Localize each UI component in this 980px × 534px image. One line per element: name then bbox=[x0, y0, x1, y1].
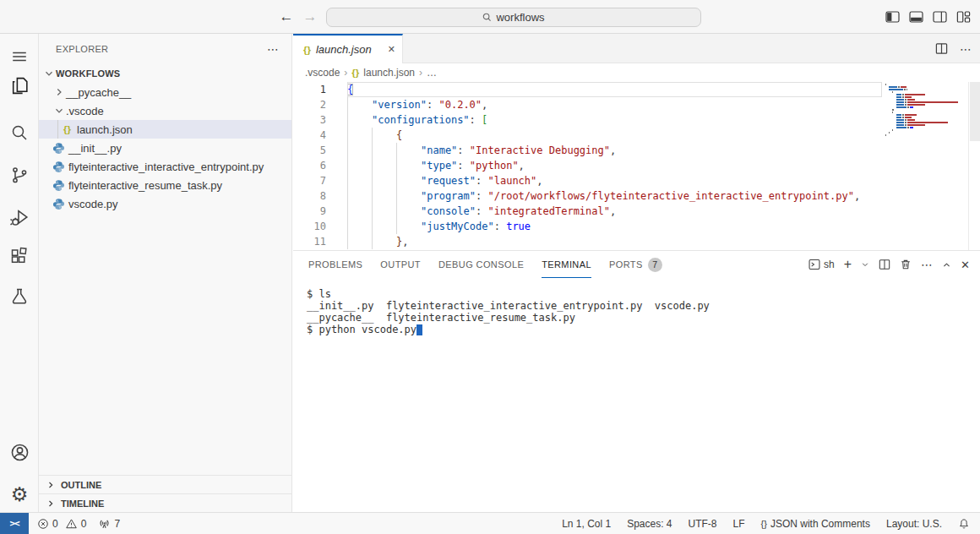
panel-more-actions-icon[interactable]: ⋯ bbox=[921, 259, 933, 270]
editor-more-actions-icon[interactable]: ⋯ bbox=[960, 43, 972, 55]
search-icon[interactable] bbox=[0, 120, 39, 145]
problems-status[interactable]: 0 0 bbox=[37, 518, 86, 530]
panel-tab-label: PORTS bbox=[609, 259, 643, 270]
indent-guide bbox=[347, 112, 372, 128]
indent-guide bbox=[347, 128, 372, 143]
code-line-8: "program": "/root/workflows/flyteinterac… bbox=[347, 188, 882, 204]
tree-item-flyteinteractive-interactive-entrypoint-py[interactable]: flyteinteractive_interactive_entrypoint.… bbox=[39, 157, 291, 176]
minimap-line bbox=[892, 112, 968, 113]
menu-icon[interactable] bbox=[0, 44, 39, 69]
new-terminal-icon[interactable]: + bbox=[844, 258, 852, 271]
terminal-icon bbox=[808, 259, 820, 270]
breadcrumb[interactable]: .vscode›{}launch.json›… bbox=[293, 63, 980, 82]
ports-status[interactable]: 7 bbox=[98, 517, 120, 530]
chevron-down-icon[interactable] bbox=[42, 67, 56, 80]
address-search-field[interactable]: workflows bbox=[326, 8, 701, 27]
minimap-line bbox=[885, 84, 968, 85]
tree-item-label: flyteinteractive_resume_task.py bbox=[68, 179, 222, 192]
terminal-shell-chip[interactable]: sh bbox=[808, 259, 835, 270]
explorer-icon[interactable] bbox=[0, 73, 39, 98]
breadcrumb-item[interactable]: .vscode bbox=[305, 67, 340, 79]
tree-item--init-py[interactable]: __init__.py bbox=[39, 139, 291, 157]
panel-tab-problems[interactable]: PROBLEMS bbox=[308, 251, 362, 278]
status-item-spaces-4[interactable]: Spaces: 4 bbox=[627, 518, 672, 530]
tree-item-vscode-py[interactable]: vscode.py bbox=[39, 194, 291, 213]
code-token: : bbox=[427, 99, 438, 111]
toggle-secondary-sidebar-icon[interactable] bbox=[932, 9, 948, 25]
minimap-line bbox=[892, 91, 968, 93]
tree-item-flyteinteractive-resume-task-py[interactable]: flyteinteractive_resume_task.py bbox=[39, 176, 291, 194]
terminal-output[interactable]: $ ls__init__.py flyteinteractive_interac… bbox=[307, 288, 972, 507]
line-number: 2 bbox=[293, 97, 335, 112]
indent-guide bbox=[347, 143, 372, 158]
indent-guide bbox=[396, 219, 421, 234]
minimap-line bbox=[896, 104, 968, 106]
timeline-section-header[interactable]: TIMELINE bbox=[39, 493, 291, 512]
testing-icon[interactable] bbox=[0, 284, 39, 309]
code-token: "integratedTerminal" bbox=[487, 205, 610, 217]
back-button[interactable]: ← bbox=[277, 8, 296, 25]
extensions-icon[interactable] bbox=[0, 243, 39, 269]
terminal-line: $ python vscode.py bbox=[307, 324, 972, 335]
tree-item-launch-json[interactable]: {}launch.json bbox=[39, 120, 291, 139]
panel-tab-label: OUTPUT bbox=[380, 259, 421, 270]
code-token: "request" bbox=[421, 175, 476, 187]
panel-tab-debug-console[interactable]: DEBUG CONSOLE bbox=[438, 251, 524, 278]
account-icon[interactable] bbox=[0, 439, 39, 465]
tree-item--vscode[interactable]: .vscode bbox=[39, 101, 291, 120]
status-item-utf-8[interactable]: UTF-8 bbox=[689, 518, 717, 530]
close-panel-icon[interactable]: ✕ bbox=[961, 259, 970, 270]
maximize-panel-chevron-up-icon[interactable] bbox=[942, 260, 951, 270]
tree-section-workflows[interactable]: WORKFLOWS bbox=[39, 64, 291, 83]
panel-tabs: PROBLEMSOUTPUTDEBUG CONSOLETERMINALPORTS… bbox=[308, 251, 662, 278]
tree-item--pycache-[interactable]: __pycache__ bbox=[39, 83, 291, 101]
scrollbar-slider[interactable] bbox=[970, 82, 980, 141]
breadcrumb-item[interactable]: … bbox=[427, 67, 437, 79]
status-item-lf[interactable]: LF bbox=[733, 518, 745, 530]
code-editor[interactable]: 1234567891011 {"version": "0.2.0","confi… bbox=[293, 82, 980, 250]
indent-guide bbox=[372, 234, 396, 249]
run-and-debug-icon[interactable] bbox=[0, 204, 39, 230]
code-token: , bbox=[482, 99, 487, 111]
editor-scrollbar[interactable] bbox=[968, 82, 980, 250]
status-item-json-with-comments[interactable]: {}JSON with Comments bbox=[761, 518, 870, 530]
settings-gear-icon[interactable]: ⚙ bbox=[0, 482, 39, 507]
file-tree: WORKFLOWS__pycache__.vscode{}launch.json… bbox=[39, 64, 291, 213]
status-item-ln-1-col-1[interactable]: Ln 1, Col 1 bbox=[562, 518, 611, 530]
source-control-icon[interactable] bbox=[0, 162, 39, 188]
breadcrumb-item[interactable]: launch.json bbox=[363, 67, 415, 79]
search-icon bbox=[482, 13, 492, 22]
terminal-dropdown-chevron-icon[interactable] bbox=[861, 260, 869, 269]
code-token: [ bbox=[482, 114, 487, 126]
workbench: ⚙ EXPLORER ⋯ WORKFLOWS__pycache__.vscode… bbox=[0, 34, 980, 512]
editor-group: {} launch.json ✕ ⋯ .vscode›{}launch.json… bbox=[293, 34, 980, 512]
indent-guide bbox=[372, 143, 396, 158]
indent-guide bbox=[372, 188, 396, 204]
toggle-panel-icon[interactable] bbox=[908, 9, 924, 25]
toggle-primary-sidebar-icon[interactable] bbox=[885, 9, 901, 25]
forward-button[interactable]: → bbox=[301, 8, 319, 25]
kill-terminal-trash-icon[interactable] bbox=[900, 259, 912, 270]
tab-close-icon[interactable]: ✕ bbox=[388, 44, 395, 55]
split-editor-icon[interactable] bbox=[935, 42, 948, 55]
minimap[interactable] bbox=[885, 84, 968, 137]
line-number: 7 bbox=[293, 173, 335, 188]
notifications-bell-icon[interactable] bbox=[958, 518, 970, 530]
sidebar-more-actions-icon[interactable]: ⋯ bbox=[267, 42, 280, 56]
panel-tab-terminal[interactable]: TERMINAL bbox=[542, 251, 591, 278]
customize-layout-icon[interactable] bbox=[956, 9, 972, 25]
status-item-layout-u-s-[interactable]: Layout: U.S. bbox=[886, 518, 942, 530]
panel-tab-ports[interactable]: PORTS7 bbox=[609, 251, 662, 278]
code-token: "program" bbox=[421, 190, 476, 202]
panel-tab-output[interactable]: OUTPUT bbox=[380, 251, 421, 278]
bottom-panel: PROBLEMSOUTPUTDEBUG CONSOLETERMINALPORTS… bbox=[293, 250, 980, 512]
code-token: { bbox=[347, 84, 353, 95]
chevron-down-icon[interactable] bbox=[52, 104, 66, 117]
code-token: , bbox=[610, 205, 616, 217]
outline-section-header[interactable]: OUTLINE bbox=[39, 475, 291, 493]
panel-tab-label: DEBUG CONSOLE bbox=[438, 259, 524, 270]
split-terminal-icon[interactable] bbox=[879, 259, 890, 270]
chevron-right-icon[interactable] bbox=[52, 85, 66, 99]
tab-launch-json[interactable]: {} launch.json ✕ bbox=[293, 34, 403, 63]
remote-indicator[interactable]: >< bbox=[0, 513, 29, 534]
